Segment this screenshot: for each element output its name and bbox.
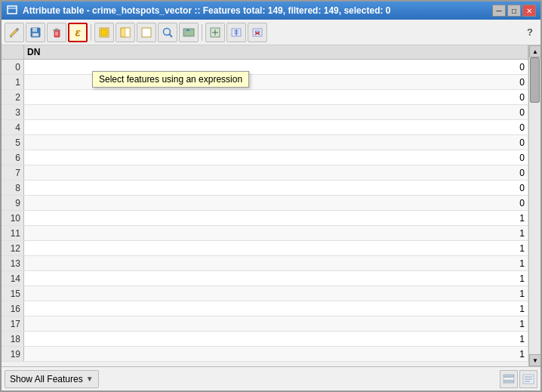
svg-rect-27: [253, 29, 262, 36]
cell-dn: 0: [24, 181, 528, 195]
table-row[interactable]: 111: [2, 226, 528, 241]
table-row[interactable]: 00: [2, 60, 528, 75]
list-view-button[interactable]: [500, 370, 518, 388]
svg-rect-15: [142, 28, 151, 37]
title-buttons: ─ □ ✕: [492, 5, 536, 17]
cell-row-num: 2: [2, 90, 24, 104]
zoom-map-button[interactable]: [205, 23, 225, 42]
title-bar-left: Attribute table - crime_hotspots_vector …: [6, 5, 390, 17]
cell-row-num: 7: [2, 165, 24, 180]
delete-selected-button[interactable]: [47, 23, 66, 42]
deselect-button[interactable]: [137, 23, 156, 42]
table-row[interactable]: 141: [2, 271, 528, 286]
table-row[interactable]: 151: [2, 286, 528, 301]
table-row[interactable]: 161: [2, 301, 528, 316]
cell-row-num: 19: [2, 347, 24, 361]
table-row[interactable]: 60: [2, 150, 528, 165]
table-row[interactable]: 20: [2, 90, 528, 105]
cell-row-num: 4: [2, 120, 24, 134]
close-button[interactable]: ✕: [522, 5, 536, 17]
new-field-button[interactable]: [226, 23, 246, 42]
cell-row-num: 1: [2, 75, 24, 89]
table-row[interactable]: 30: [2, 105, 528, 120]
save-button[interactable]: [26, 23, 45, 42]
svg-rect-5: [32, 33, 38, 36]
tooltip: Select features using an expression: [92, 71, 249, 88]
svg-rect-8: [55, 29, 58, 30]
table-row[interactable]: 70: [2, 165, 528, 181]
table-row[interactable]: 101: [2, 211, 528, 226]
help-button[interactable]: ?: [522, 26, 537, 38]
minimize-button[interactable]: ─: [492, 5, 506, 17]
main-window: Attribute table - crime_hotspots_vector …: [0, 0, 542, 392]
table-row[interactable]: 50: [2, 135, 528, 150]
toolbar: ε: [2, 20, 540, 45]
table-row[interactable]: 121: [2, 241, 528, 256]
table-row[interactable]: 191: [2, 347, 528, 362]
cell-dn: 0: [24, 105, 528, 119]
col-header-dn[interactable]: DN: [24, 45, 528, 59]
cell-dn: 0: [24, 196, 528, 210]
form-view-button[interactable]: [519, 370, 537, 388]
table-row[interactable]: 80: [2, 181, 528, 196]
svg-rect-33: [504, 378, 514, 380]
cell-dn: 1: [24, 211, 528, 225]
cell-dn: 1: [24, 347, 528, 361]
cell-dn: 0: [24, 165, 528, 180]
cell-row-num: 14: [2, 271, 24, 286]
svg-rect-34: [504, 381, 514, 383]
maximize-button[interactable]: □: [507, 5, 521, 17]
vertical-scrollbar[interactable]: ▲ ▼: [528, 45, 540, 366]
svg-rect-6: [54, 30, 60, 37]
bottom-right-buttons: [500, 370, 537, 388]
svg-point-16: [164, 28, 171, 35]
separator-1: [91, 24, 91, 41]
cell-dn: 0: [24, 90, 528, 104]
scroll-up-button[interactable]: ▲: [529, 45, 540, 57]
separator-2: [202, 24, 202, 41]
cell-dn: 1: [24, 316, 528, 331]
table-area: Select features using an expression DN 0…: [2, 45, 540, 366]
window-icon: [6, 5, 18, 17]
cell-row-num: 15: [2, 286, 24, 301]
table-container: DN 0010203040506070809010111112113114115…: [2, 45, 528, 366]
cell-dn: 1: [24, 286, 528, 301]
delete-field-button[interactable]: [248, 23, 267, 42]
table-row[interactable]: 10: [2, 75, 528, 90]
invert-select-button[interactable]: [115, 23, 135, 42]
scroll-track[interactable]: [529, 57, 540, 354]
cell-row-num: 17: [2, 316, 24, 331]
show-features-dropdown-arrow[interactable]: ▼: [86, 375, 94, 383]
table-row[interactable]: 90: [2, 196, 528, 211]
cell-row-num: 18: [2, 332, 24, 346]
scroll-thumb[interactable]: [530, 57, 540, 103]
edit-toggle-button[interactable]: [5, 23, 24, 42]
table-row[interactable]: 171: [2, 316, 528, 332]
table-row[interactable]: 181: [2, 332, 528, 347]
show-features-button[interactable]: Show All Features ▼: [5, 370, 99, 388]
show-features-label: Show All Features: [10, 374, 83, 384]
svg-rect-32: [504, 375, 514, 377]
col-header-rownum: [2, 45, 24, 59]
table-body[interactable]: 0010203040506070809010111112113114115116…: [2, 60, 528, 366]
cell-row-num: 11: [2, 226, 24, 240]
select-all-button[interactable]: [94, 23, 114, 42]
cell-row-num: 5: [2, 135, 24, 150]
filter-select-button[interactable]: [158, 23, 177, 42]
pan-map-button[interactable]: [179, 23, 199, 42]
cell-dn: 1: [24, 226, 528, 240]
window-title: Attribute table - crime_hotspots_vector …: [23, 5, 390, 16]
cell-row-num: 8: [2, 181, 24, 195]
table-row[interactable]: 131: [2, 256, 528, 271]
cell-row-num: 13: [2, 256, 24, 270]
cell-dn: 1: [24, 241, 528, 255]
scroll-down-button[interactable]: ▼: [529, 354, 540, 366]
expression-select-button[interactable]: ε: [68, 23, 88, 42]
cell-row-num: 16: [2, 301, 24, 316]
tooltip-text: Select features using an expression: [99, 74, 242, 85]
svg-rect-4: [32, 28, 37, 32]
table-row[interactable]: 40: [2, 120, 528, 135]
cell-row-num: 0: [2, 60, 24, 74]
cell-dn: 1: [24, 301, 528, 316]
cell-dn: 1: [24, 271, 528, 286]
